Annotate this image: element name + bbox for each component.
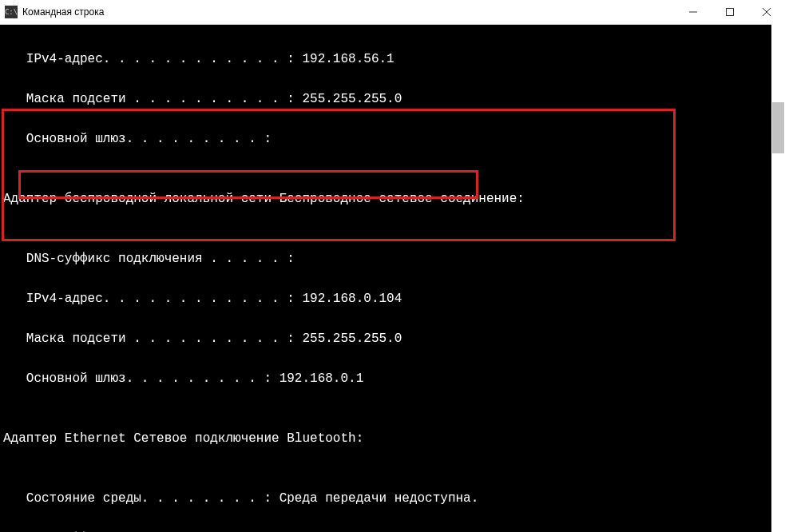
- output-line: IPv4-адрес. . . . . . . . . . . . : 192.…: [3, 289, 785, 309]
- maximize-button[interactable]: [712, 0, 748, 24]
- close-button[interactable]: [748, 0, 785, 24]
- output-line: Маска подсети . . . . . . . . . . : 255.…: [3, 329, 785, 349]
- output-line: Адаптер беспроводной локальной сети Бесп…: [3, 189, 785, 209]
- output-line: Адаптер Ethernet Сетевое подключение Blu…: [3, 429, 785, 449]
- window-controls: [675, 0, 785, 24]
- vertical-scrollbar[interactable]: [771, 24, 785, 532]
- output-line: Состояние среды. . . . . . . . : Среда п…: [3, 489, 785, 509]
- output-line: Основной шлюз. . . . . . . . . :: [3, 129, 785, 149]
- app-icon: C:\: [5, 6, 18, 18]
- output-line: Основной шлюз. . . . . . . . . : 192.168…: [3, 369, 785, 389]
- output-line: IPv4-адрес. . . . . . . . . . . . : 192.…: [3, 50, 785, 69]
- window-titlebar[interactable]: C:\ Командная строка: [0, 0, 785, 25]
- terminal-output[interactable]: IPv4-адрес. . . . . . . . . . . . : 192.…: [0, 25, 785, 532]
- output-line: DNS-суффикс подключения . . . . . :: [3, 249, 785, 269]
- scrollbar-thumb[interactable]: [772, 102, 784, 153]
- minimize-button[interactable]: [675, 0, 712, 24]
- window-title: Командная строка: [22, 6, 675, 18]
- output-line: Маска подсети . . . . . . . . . . : 255.…: [3, 89, 785, 109]
- output-line: DNS-суффикс подключения . . . . . :: [3, 529, 785, 532]
- svg-rect-1: [727, 9, 734, 16]
